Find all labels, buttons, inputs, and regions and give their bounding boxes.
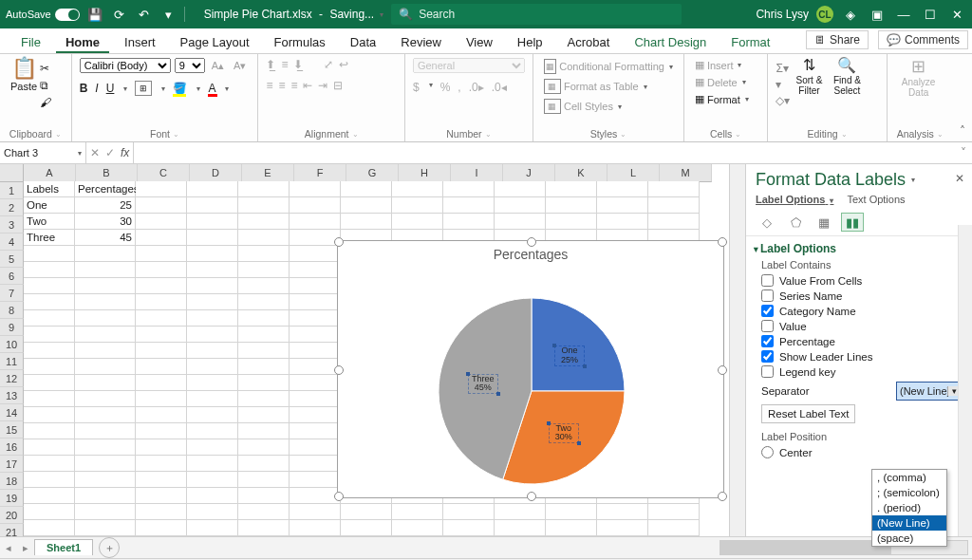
- indent-dec-icon[interactable]: ⇤: [303, 79, 312, 92]
- fx-icon[interactable]: fx: [121, 146, 129, 159]
- row-header[interactable]: 19: [0, 490, 24, 507]
- separator-option[interactable]: (space): [872, 531, 946, 546]
- cb-percentage[interactable]: Percentage: [761, 335, 963, 347]
- cell[interactable]: [546, 197, 597, 214]
- cell[interactable]: [597, 197, 648, 214]
- cell[interactable]: [341, 197, 392, 214]
- col-header[interactable]: L: [608, 164, 660, 182]
- col-header[interactable]: F: [294, 164, 346, 182]
- row-header[interactable]: 4: [0, 233, 24, 251]
- font-color-button[interactable]: A: [208, 82, 215, 95]
- expand-fx-icon[interactable]: ˅: [955, 142, 972, 163]
- cell[interactable]: [238, 407, 290, 423]
- col-header[interactable]: M: [660, 164, 712, 182]
- align-left-icon[interactable]: ≡: [266, 79, 272, 92]
- data-label-two[interactable]: Two30%: [549, 423, 579, 444]
- cell[interactable]: [341, 214, 392, 230]
- align-middle-icon[interactable]: ≡: [281, 58, 288, 71]
- cell[interactable]: [75, 310, 136, 327]
- cell[interactable]: Two: [24, 214, 75, 230]
- sheet-nav-prev-icon[interactable]: ◂: [0, 542, 17, 554]
- cell[interactable]: Percentages: [75, 181, 136, 197]
- cb-leader-lines[interactable]: Show Leader Lines: [761, 350, 963, 363]
- pane-tab-text-options[interactable]: Text Options: [847, 194, 905, 205]
- separator-option[interactable]: , (comma): [872, 470, 946, 485]
- cell[interactable]: [290, 375, 341, 391]
- cell[interactable]: [75, 294, 136, 310]
- close-icon[interactable]: ✕: [947, 5, 966, 24]
- cell[interactable]: [290, 343, 341, 359]
- label-options-icon[interactable]: ▮▮: [841, 213, 864, 232]
- undo-icon[interactable]: ↶: [135, 5, 154, 24]
- cut-icon[interactable]: ✂: [40, 62, 51, 75]
- row-header[interactable]: 7: [0, 285, 24, 302]
- user-name[interactable]: Chris Lysy: [756, 8, 809, 21]
- sheet-nav-next-icon[interactable]: ▸: [17, 542, 34, 554]
- section-label-options[interactable]: Label Options: [754, 242, 963, 255]
- cell[interactable]: [238, 504, 290, 520]
- cell[interactable]: [24, 310, 75, 327]
- row-header[interactable]: 2: [0, 199, 24, 216]
- cell[interactable]: [136, 230, 187, 246]
- cell[interactable]: [24, 327, 75, 343]
- wrap-text-icon[interactable]: ↩: [339, 58, 348, 71]
- cell[interactable]: [238, 488, 290, 504]
- cell[interactable]: [546, 520, 597, 536]
- sort-filter-button[interactable]: ⇅Sort & Filter: [790, 58, 828, 111]
- comma-icon[interactable]: ,: [458, 81, 460, 94]
- row-header[interactable]: 10: [0, 336, 24, 353]
- cell[interactable]: [238, 246, 290, 262]
- cell[interactable]: [290, 294, 341, 310]
- cell[interactable]: [238, 230, 290, 246]
- cell[interactable]: One: [24, 197, 75, 214]
- border-button[interactable]: ⊞: [135, 81, 152, 96]
- row-header[interactable]: 11: [0, 353, 24, 370]
- paste-button[interactable]: 📋Paste: [8, 58, 40, 111]
- cell[interactable]: [75, 472, 136, 488]
- autosave-toggle[interactable]: AutoSave: [6, 9, 80, 21]
- cell[interactable]: [187, 327, 238, 343]
- col-header[interactable]: D: [190, 164, 242, 182]
- cell[interactable]: [443, 214, 495, 230]
- cell[interactable]: [24, 294, 75, 310]
- cell[interactable]: [290, 423, 341, 439]
- align-top-icon[interactable]: ⬆̲: [266, 58, 275, 71]
- font-size-select[interactable]: 9: [175, 58, 205, 73]
- tab-page-layout[interactable]: Page Layout: [171, 31, 259, 53]
- minimize-icon[interactable]: —: [894, 5, 913, 24]
- cell[interactable]: [24, 359, 75, 375]
- cell[interactable]: [75, 391, 136, 407]
- resize-handle[interactable]: [718, 492, 727, 501]
- cell[interactable]: [290, 472, 341, 488]
- cell[interactable]: [136, 246, 187, 262]
- cell[interactable]: [238, 197, 290, 214]
- cell[interactable]: [341, 504, 392, 520]
- cell[interactable]: [75, 520, 136, 536]
- cell[interactable]: [75, 262, 136, 278]
- col-header[interactable]: I: [451, 164, 503, 182]
- cell[interactable]: [546, 504, 597, 520]
- currency-icon[interactable]: $: [413, 81, 420, 94]
- orientation-icon[interactable]: ⤢: [324, 58, 333, 71]
- row-header[interactable]: 21: [0, 524, 24, 536]
- percent-icon[interactable]: %: [440, 81, 451, 94]
- cell[interactable]: [238, 359, 290, 375]
- data-label-one[interactable]: One25%: [554, 345, 585, 366]
- cell[interactable]: [136, 359, 187, 375]
- cell[interactable]: [187, 472, 238, 488]
- copy-icon[interactable]: ⧉: [40, 79, 51, 92]
- cell[interactable]: 25: [75, 197, 136, 214]
- find-select-button[interactable]: 🔍Find & Select: [828, 58, 866, 111]
- tab-home[interactable]: Home: [56, 31, 109, 53]
- merge-icon[interactable]: ⊟: [333, 79, 343, 92]
- cell[interactable]: [136, 472, 187, 488]
- cell[interactable]: [290, 504, 341, 520]
- format-painter-icon[interactable]: 🖌: [40, 96, 51, 109]
- tab-file[interactable]: File: [11, 31, 50, 53]
- dec-decimal-icon[interactable]: .0◂: [492, 81, 507, 94]
- cell[interactable]: [24, 439, 75, 456]
- cell[interactable]: [136, 407, 187, 423]
- cell[interactable]: [187, 504, 238, 520]
- cell[interactable]: [187, 456, 238, 472]
- tab-acrobat[interactable]: Acrobat: [558, 31, 620, 53]
